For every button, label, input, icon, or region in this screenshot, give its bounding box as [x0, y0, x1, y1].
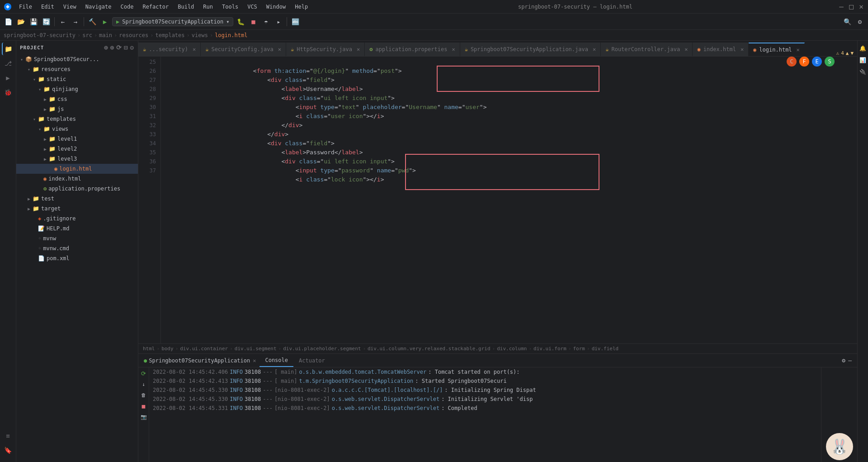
- tab-security-config[interactable]: ☕ SecurityConfig.java ✕: [201, 43, 286, 56]
- warning-nav-down[interactable]: ▼: [850, 50, 854, 56]
- tree-item-resources[interactable]: ▾ 📁 resources: [16, 64, 138, 74]
- tree-item-level3[interactable]: ▶ 📁 level3: [16, 154, 138, 164]
- activity-debug-icon[interactable]: 🐞: [2, 86, 14, 99]
- code-editor[interactable]: 25 26 27 28 29 30 31 32 33 34 35 36 37: [138, 57, 857, 343]
- tab-actuator[interactable]: Actuator: [293, 354, 330, 367]
- tree-item-js[interactable]: ▶ 📁 js: [16, 104, 138, 114]
- tree-item-mvnw-cmd[interactable]: ◦ mvnw.cmd: [16, 243, 138, 253]
- edge-icon[interactable]: E: [812, 57, 822, 67]
- firefox-icon[interactable]: F: [799, 57, 809, 67]
- tab-close-icon[interactable]: ✕: [278, 46, 281, 52]
- tree-item-mvnw[interactable]: ◦ mvnw: [16, 233, 138, 243]
- tab-http-security[interactable]: ☕ HttpSecurity.java ✕: [286, 43, 365, 56]
- minimize-button[interactable]: —: [838, 4, 844, 10]
- tree-item-help-md[interactable]: 📝 HELP.md: [16, 224, 138, 233]
- settings-button[interactable]: ⚙: [854, 16, 865, 27]
- safari-icon[interactable]: S: [825, 57, 835, 67]
- tree-item-level2[interactable]: ▶ 📁 level2: [16, 144, 138, 154]
- tab-close-icon[interactable]: ✕: [593, 46, 596, 52]
- tree-item-static[interactable]: ▾ 📁 static: [16, 74, 138, 84]
- menu-edit[interactable]: Edit: [37, 3, 59, 11]
- chrome-icon[interactable]: C: [787, 57, 797, 67]
- tab-close-icon[interactable]: ✕: [193, 46, 196, 52]
- tab-close-icon[interactable]: ✕: [452, 46, 455, 52]
- menu-build[interactable]: Build: [173, 3, 198, 11]
- build-button[interactable]: 🔨: [87, 16, 98, 27]
- menu-file[interactable]: File: [14, 3, 37, 11]
- run-close-icon[interactable]: ✕: [253, 357, 256, 364]
- activity-run-icon[interactable]: ▶: [2, 71, 14, 84]
- scroll-down-button[interactable]: ↓: [140, 380, 148, 388]
- tree-item-test[interactable]: ▶ 📁 test: [16, 194, 138, 204]
- breadcrumb-views[interactable]: views: [192, 32, 208, 38]
- tab-security[interactable]: ☕ ...security) ✕: [138, 43, 201, 56]
- tree-item-gitignore[interactable]: ◈ .gitignore: [16, 214, 138, 224]
- tab-router-controller[interactable]: ☕ RouterController.java ✕: [601, 43, 693, 56]
- file-tree-action-5[interactable]: ⚙: [130, 44, 134, 51]
- tab-close-icon[interactable]: ✕: [741, 46, 744, 52]
- run-button-toolbar[interactable]: ▶: [99, 16, 110, 27]
- clear-console-button[interactable]: 🗑: [140, 391, 148, 399]
- breadcrumb-file[interactable]: login.html: [215, 32, 247, 38]
- tree-item-pom-xml[interactable]: 📄 pom.xml: [16, 253, 138, 263]
- menu-tools[interactable]: Tools: [217, 3, 243, 11]
- close-button[interactable]: ✕: [858, 4, 864, 10]
- menu-run[interactable]: Run: [198, 3, 217, 11]
- tree-root[interactable]: ▾ 📦 Springboot07Secur...: [16, 54, 138, 64]
- more-run-button[interactable]: ▸: [273, 16, 284, 27]
- menu-window[interactable]: Window: [262, 3, 290, 11]
- menu-view[interactable]: View: [59, 3, 81, 11]
- notification-icon-2[interactable]: 📊: [859, 56, 867, 64]
- tab-app-properties[interactable]: ⚙ application.properties ✕: [365, 43, 460, 56]
- tree-item-level1[interactable]: ▶ 📁 level1: [16, 134, 138, 144]
- file-tree-action-1[interactable]: ⊕: [104, 44, 108, 51]
- tab-close-icon[interactable]: ✕: [797, 47, 800, 53]
- coverage-button[interactable]: ☂: [260, 16, 271, 27]
- notification-icon-1[interactable]: 🔔: [859, 44, 867, 52]
- translate-button[interactable]: 🔤: [290, 16, 301, 27]
- breadcrumb-resources[interactable]: resources: [119, 32, 148, 38]
- stop-app-button[interactable]: ■: [140, 402, 148, 410]
- tab-console[interactable]: Console: [259, 354, 293, 367]
- new-file-button[interactable]: 📄: [3, 16, 14, 27]
- tree-item-index-html[interactable]: ◉ index.html: [16, 174, 138, 184]
- tab-close-icon[interactable]: ✕: [357, 46, 360, 52]
- tree-item-qinjiang[interactable]: ▾ 📁 qinjiang: [16, 84, 138, 94]
- settings-icon[interactable]: ⚙: [842, 357, 845, 364]
- activity-structure-icon[interactable]: ≡: [2, 429, 14, 442]
- tab-login-html[interactable]: ◉ login.html ✕: [749, 43, 805, 56]
- screenshot-button[interactable]: 📷: [140, 413, 148, 421]
- stop-button[interactable]: ■: [248, 16, 259, 27]
- tab-main-app[interactable]: ☕ Springboot07SecurityApplication.java ✕: [460, 43, 601, 56]
- minimize-panel-icon[interactable]: —: [848, 357, 852, 364]
- file-tree-action-3[interactable]: ⟳: [116, 44, 122, 51]
- breadcrumb-project[interactable]: springboot-07-security: [4, 32, 75, 38]
- restart-button[interactable]: ⟳: [140, 369, 148, 377]
- file-tree-action-4[interactable]: ⊟: [124, 44, 128, 51]
- forward-button[interactable]: →: [70, 16, 81, 27]
- debug-button[interactable]: 🐛: [235, 16, 246, 27]
- warning-nav-up[interactable]: ▲: [846, 50, 849, 56]
- sync-button[interactable]: 🔄: [41, 16, 52, 27]
- tree-item-views[interactable]: ▾ 📁 views: [16, 124, 138, 134]
- tree-item-app-props[interactable]: ⚙ application.properties: [16, 184, 138, 194]
- tree-item-target[interactable]: ▶ 📁 target: [16, 204, 138, 214]
- notification-icon-3[interactable]: 🔌: [859, 68, 867, 76]
- tab-close-icon[interactable]: ✕: [684, 46, 688, 52]
- tab-index-html[interactable]: ◉ index.html ✕: [693, 43, 749, 56]
- menu-vcs[interactable]: VCS: [243, 3, 262, 11]
- activity-vcs-icon[interactable]: ⎇: [2, 57, 14, 70]
- breadcrumb-templates[interactable]: templates: [156, 32, 185, 38]
- search-everywhere-button[interactable]: 🔍: [842, 16, 853, 27]
- back-button[interactable]: ←: [57, 16, 68, 27]
- menu-code[interactable]: Code: [116, 3, 138, 11]
- open-button[interactable]: 📂: [15, 16, 26, 27]
- menu-refactor[interactable]: Refactor: [138, 3, 173, 11]
- activity-project-icon[interactable]: 📁: [2, 43, 14, 55]
- tree-item-css[interactable]: ▶ 📁 css: [16, 94, 138, 104]
- breadcrumb-main[interactable]: main: [99, 32, 112, 38]
- file-tree-action-2[interactable]: ⊕: [110, 44, 114, 51]
- breadcrumb-src[interactable]: src: [82, 32, 92, 38]
- run-config-selector[interactable]: ▶ Springboot07SecurityApplication ▾: [112, 17, 233, 26]
- maximize-button[interactable]: □: [848, 4, 854, 10]
